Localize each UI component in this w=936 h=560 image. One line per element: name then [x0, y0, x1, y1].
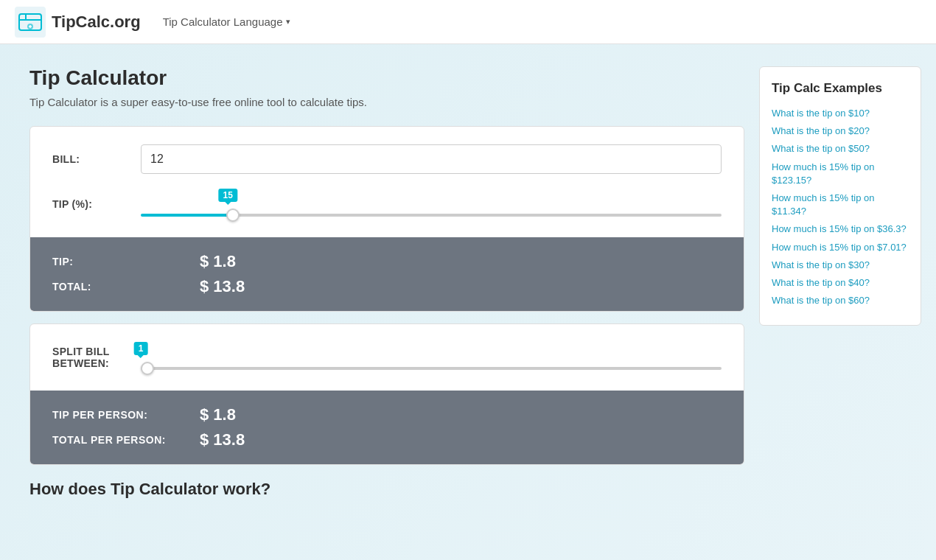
brand-link[interactable]: TipCalc.org	[15, 7, 141, 38]
sidebar-link-item[interactable]: What is the tip on $30?	[772, 259, 909, 272]
brand-logo-icon	[15, 7, 46, 38]
sidebar-link-item[interactable]: How much is 15% tip on $123.15?	[772, 161, 909, 187]
tip-result-row: TIP: $ 1.8	[52, 252, 722, 271]
how-does-heading: How does Tip Calculator work?	[29, 480, 744, 499]
language-nav-item[interactable]: Tip Calculator Language ▾	[163, 15, 290, 28]
sidebar-link-item[interactable]: What is the tip on $10?	[772, 107, 909, 120]
sidebar-link-item[interactable]: How much is 15% tip on $11.34?	[772, 192, 909, 218]
tip-per-person-row: TIP PER PERSON: $ 1.8	[52, 405, 722, 424]
total-result-value: $ 13.8	[200, 277, 245, 296]
bill-input[interactable]	[141, 144, 722, 174]
tip-results-area: TIP: $ 1.8 TOTAL: $ 13.8	[30, 237, 744, 311]
tip-label: TIP (%):	[52, 198, 141, 210]
split-bubble: 1	[134, 342, 148, 355]
page-title: Tip Calculator	[29, 66, 744, 90]
tip-slider-wrapper: 15	[141, 189, 722, 220]
tip-row: TIP (%): 15	[52, 189, 722, 220]
navbar: TipCalc.org Tip Calculator Language ▾	[0, 0, 936, 44]
split-slider[interactable]	[141, 367, 722, 370]
total-result-row: TOTAL: $ 13.8	[52, 277, 722, 296]
tip-per-person-label: TIP PER PERSON:	[52, 409, 200, 421]
split-slider-wrapper: 1	[141, 342, 722, 373]
split-input-area: SPLIT BILL BETWEEN: 1	[30, 324, 744, 391]
sidebar-link-item[interactable]: What is the tip on $50?	[772, 142, 909, 155]
sidebar-link-item[interactable]: What is the tip on $20?	[772, 125, 909, 138]
sidebar-link-item[interactable]: What is the tip on $40?	[772, 276, 909, 290]
calculator-section: Tip Calculator Tip Calculator is a super…	[29, 66, 744, 499]
sidebar-link-item[interactable]: What is the tip on $60?	[772, 294, 909, 307]
split-label: SPLIT BILL BETWEEN:	[52, 346, 141, 369]
bill-label: BILL:	[52, 153, 141, 165]
language-label: Tip Calculator Language	[163, 15, 283, 28]
bill-row: BILL:	[52, 144, 722, 174]
sidebar-links-list: What is the tip on $10?What is the tip o…	[772, 107, 909, 307]
input-area: BILL: TIP (%): 15	[30, 127, 744, 237]
sidebar: Tip Calc Examples What is the tip on $10…	[759, 66, 921, 499]
split-row: SPLIT BILL BETWEEN: 1	[52, 342, 722, 373]
brand-name: TipCalc.org	[52, 13, 141, 32]
tip-slider[interactable]	[141, 214, 722, 217]
page-subtitle: Tip Calculator is a super easy-to-use fr…	[29, 96, 744, 108]
tip-calculator-card: BILL: TIP (%): 15 TIP: $ 1.8	[29, 126, 744, 312]
main-content: Tip Calculator Tip Calculator is a super…	[0, 44, 936, 514]
tip-result-value: $ 1.8	[200, 252, 236, 271]
total-per-person-label: TOTAL PER PERSON:	[52, 434, 200, 446]
total-per-person-value: $ 13.8	[200, 430, 245, 449]
total-per-person-row: TOTAL PER PERSON: $ 13.8	[52, 430, 722, 449]
split-calculator-card: SPLIT BILL BETWEEN: 1 TIP PER PERSON: $ …	[29, 323, 744, 465]
tip-result-label: TIP:	[52, 256, 200, 267]
tip-bubble: 15	[219, 189, 237, 202]
sidebar-link-item[interactable]: How much is 15% tip on $7.01?	[772, 241, 909, 254]
tip-per-person-value: $ 1.8	[200, 405, 236, 424]
sidebar-card: Tip Calc Examples What is the tip on $10…	[759, 66, 921, 326]
total-label: TOTAL:	[52, 281, 200, 293]
sidebar-link-item[interactable]: How much is 15% tip on $36.3?	[772, 223, 909, 236]
split-results-area: TIP PER PERSON: $ 1.8 TOTAL PER PERSON: …	[30, 391, 744, 464]
sidebar-title: Tip Calc Examples	[772, 80, 909, 97]
chevron-down-icon: ▾	[286, 17, 290, 27]
